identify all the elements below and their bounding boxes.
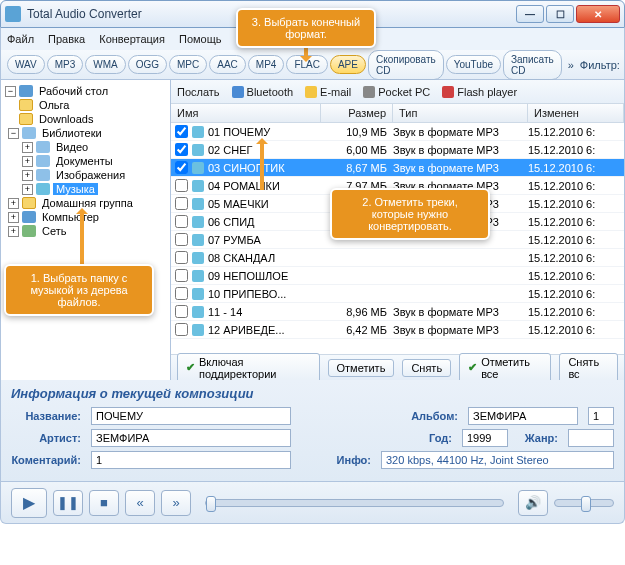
tree-expand-icon[interactable]: + [22,156,33,167]
album-n-input[interactable] [588,407,614,425]
check-button[interactable]: Отметить [328,359,395,377]
volume-thumb[interactable] [581,496,591,512]
table-row[interactable]: 03 СИНОПТИК8,67 МБЗвук в формате MP315.1… [171,159,624,177]
format-ogg[interactable]: OGG [128,55,167,74]
tree-computer[interactable]: Компьютер [39,211,102,223]
row-checkbox[interactable] [175,125,188,138]
tree-collapse-icon[interactable]: − [5,86,16,97]
menu-edit[interactable]: Правка [48,33,85,45]
next-button[interactable]: » [161,490,191,516]
row-checkbox[interactable] [175,197,188,210]
name-label: Название: [11,410,81,422]
format-aac[interactable]: AAC [209,55,246,74]
row-checkbox[interactable] [175,305,188,318]
file-type: Звук в формате MP3 [393,306,528,318]
album-input[interactable] [468,407,578,425]
maximize-button[interactable]: ☐ [546,5,574,23]
send-button[interactable]: Послать [177,86,220,98]
toolbar-overflow-icon[interactable]: » [564,59,578,71]
row-checkbox[interactable] [175,179,188,192]
row-checkbox[interactable] [175,269,188,282]
tree-expand-icon[interactable]: + [8,198,19,209]
arrow-icon [80,210,84,264]
format-wav[interactable]: WAV [7,55,45,74]
year-input[interactable] [462,429,508,447]
table-row[interactable]: 09 НЕПОШЛОЕ15.12.2010 6: [171,267,624,285]
menu-convert[interactable]: Конвертация [99,33,165,45]
pause-button[interactable]: ❚❚ [53,490,83,516]
table-row[interactable]: 11 - 148,96 МБЗвук в формате MP315.12.20… [171,303,624,321]
tree-collapse-icon[interactable]: − [8,128,19,139]
audio-file-icon [192,288,204,300]
play-button[interactable]: ▶ [11,488,47,518]
table-row[interactable]: 02 СНЕГ6,00 МБЗвук в формате MP315.12.20… [171,141,624,159]
col-type[interactable]: Тип [393,104,528,122]
row-checkbox[interactable] [175,323,188,336]
volume-slider[interactable] [554,499,614,507]
row-checkbox[interactable] [175,251,188,264]
prev-button[interactable]: « [125,490,155,516]
format-ape[interactable]: APE [330,55,366,74]
tree-expand-icon[interactable]: + [22,142,33,153]
row-checkbox[interactable] [175,287,188,300]
format-mp3[interactable]: MP3 [47,55,84,74]
tree-images[interactable]: Изображения [53,169,128,181]
format-mp4[interactable]: MP4 [248,55,285,74]
artist-input[interactable] [91,429,291,447]
table-row[interactable]: 01 ПОЧЕМУ10,9 МБЗвук в формате MP315.12.… [171,123,624,141]
album-label: Альбом: [388,410,458,422]
tree-olga[interactable]: Ольга [36,99,72,111]
include-subdirs-button[interactable]: ✔Включая поддиректории [177,353,320,381]
seek-slider[interactable] [205,499,504,507]
format-wma[interactable]: WMA [85,55,125,74]
flashplayer-button[interactable]: Flash player [442,86,517,98]
volume-button[interactable]: 🔊 [518,490,548,516]
close-button[interactable]: ✕ [576,5,620,23]
tree-network[interactable]: Сеть [39,225,69,237]
table-row[interactable]: 12 АРИВЕДЕ...6,42 МБЗвук в формате MP315… [171,321,624,339]
col-size[interactable]: Размер [321,104,393,122]
row-checkbox[interactable] [175,161,188,174]
file-modified: 15.12.2010 6: [528,288,624,300]
seek-thumb[interactable] [206,496,216,512]
row-checkbox[interactable] [175,233,188,246]
format-mpc[interactable]: MPC [169,55,207,74]
tree-expand-icon[interactable]: + [8,226,19,237]
tree-expand-icon[interactable]: + [22,184,33,195]
row-checkbox[interactable] [175,143,188,156]
pocketpc-button[interactable]: Pocket PC [363,86,430,98]
tree-music[interactable]: Музыка [53,183,98,195]
table-row[interactable]: 08 СКАНДАЛ15.12.2010 6: [171,249,624,267]
tree-video[interactable]: Видео [53,141,91,153]
table-row[interactable]: 10 ПРИПЕВО...15.12.2010 6: [171,285,624,303]
stop-button[interactable]: ■ [89,490,119,516]
audio-file-icon [192,198,204,210]
tree-libs[interactable]: Библиотеки [39,127,105,139]
minimize-button[interactable]: — [516,5,544,23]
format-burncd[interactable]: Записать CD [503,50,562,80]
file-modified: 15.12.2010 6: [528,324,624,336]
tree-downloads[interactable]: Downloads [36,113,96,125]
menu-help[interactable]: Помощь [179,33,222,45]
year-label: Год: [382,432,452,444]
tree-expand-icon[interactable]: + [22,170,33,181]
bluetooth-button[interactable]: Bluetooth [232,86,293,98]
col-name[interactable]: Имя [171,104,321,122]
uncheck-button[interactable]: Снять [402,359,451,377]
folder-tree[interactable]: −Рабочий стол Ольга Downloads −Библиотек… [1,80,171,380]
email-button[interactable]: E-mail [305,86,351,98]
row-checkbox[interactable] [175,215,188,228]
col-modified[interactable]: Изменен [528,104,624,122]
format-copycd[interactable]: Скопировать CD [368,50,444,80]
tree-docs[interactable]: Документы [53,155,116,167]
file-name: 10 ПРИПЕВО... [208,288,286,300]
format-youtube[interactable]: YouTube [446,55,501,74]
name-input[interactable] [91,407,291,425]
genre-input[interactable] [568,429,614,447]
menu-file[interactable]: Файл [7,33,34,45]
tree-desktop[interactable]: Рабочий стол [36,85,111,97]
tree-expand-icon[interactable]: + [8,212,19,223]
uncheck-all-button[interactable]: Снять вс [559,353,618,381]
check-all-button[interactable]: ✔Отметить все [459,353,551,381]
comment-input[interactable] [91,451,291,469]
